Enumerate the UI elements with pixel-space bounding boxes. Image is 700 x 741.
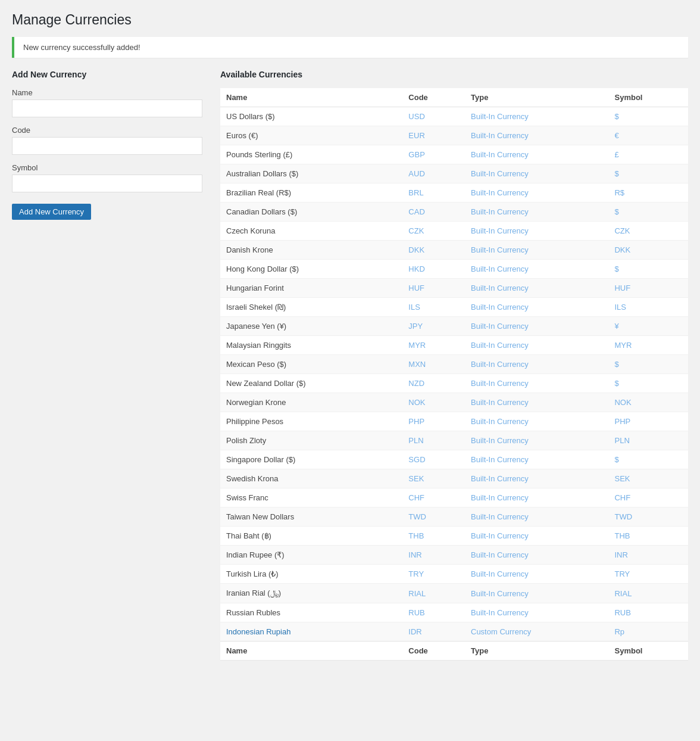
cell-name: Swiss Franc — [220, 488, 402, 508]
table-row: Australian Dollars ($)AUDBuilt-In Curren… — [220, 164, 688, 183]
success-notice: New currency successfully added! — [12, 37, 688, 58]
cell-code: GBP — [402, 145, 465, 164]
symbol-input[interactable] — [12, 175, 202, 192]
available-currencies-title: Available Currencies — [220, 70, 688, 79]
cell-code: SGD — [402, 450, 465, 469]
cell-name: Canadian Dollars ($) — [220, 203, 402, 222]
cell-code: TWD — [402, 508, 465, 527]
code-label: Code — [12, 126, 202, 135]
add-form-title: Add New Currency — [12, 70, 202, 79]
cell-code: CZK — [402, 222, 465, 241]
table-row: Japanese Yen (¥)JPYBuilt-In Currency¥ — [220, 317, 688, 336]
cell-symbol: PHP — [608, 412, 688, 431]
cell-type: Built-In Currency — [465, 412, 608, 431]
cell-code: RUB — [402, 603, 465, 622]
cell-type: Built-In Currency — [465, 164, 608, 183]
add-currency-button[interactable]: Add New Currency — [12, 204, 91, 220]
currency-name-link[interactable]: Indonesian Rupiah — [226, 627, 290, 636]
table-row: Russian RublesRUBBuilt-In CurrencyRUB — [220, 603, 688, 622]
code-input[interactable] — [12, 137, 202, 155]
cell-code: ILS — [402, 298, 465, 317]
cell-code: EUR — [402, 126, 465, 145]
cell-symbol: ¥ — [608, 317, 688, 336]
footer-code: Code — [402, 642, 465, 661]
cell-code: MXN — [402, 355, 465, 374]
cell-type: Built-In Currency — [465, 107, 608, 126]
cell-code: HUF — [402, 279, 465, 298]
cell-symbol: $ — [608, 355, 688, 374]
cell-type: Built-In Currency — [465, 183, 608, 203]
page-title: Manage Currencies — [12, 12, 688, 28]
cell-code: AUD — [402, 164, 465, 183]
cell-symbol: $ — [608, 164, 688, 183]
cell-symbol: HUF — [608, 279, 688, 298]
cell-symbol: SEK — [608, 469, 688, 488]
cell-type: Built-In Currency — [465, 527, 608, 546]
cell-type: Built-In Currency — [465, 126, 608, 145]
cell-type: Built-In Currency — [465, 393, 608, 412]
cell-symbol: TRY — [608, 565, 688, 584]
table-row: Euros (€)EURBuilt-In Currency€ — [220, 126, 688, 145]
cell-name: Pounds Sterling (£) — [220, 145, 402, 164]
table-row: Swedish KronaSEKBuilt-In CurrencySEK — [220, 469, 688, 488]
table-row: Thai Baht (฿)THBBuilt-In CurrencyTHB — [220, 527, 688, 546]
cell-code: DKK — [402, 241, 465, 260]
cell-symbol: CZK — [608, 222, 688, 241]
cell-code: RIAL — [402, 584, 465, 603]
cell-name: Czech Koruna — [220, 222, 402, 241]
cell-code: PHP — [402, 412, 465, 431]
cell-name: Japanese Yen (¥) — [220, 317, 402, 336]
cell-type: Built-In Currency — [465, 450, 608, 469]
table-row: Czech KorunaCZKBuilt-In CurrencyCZK — [220, 222, 688, 241]
symbol-field-group: Symbol — [12, 163, 202, 192]
cell-name: Mexican Peso ($) — [220, 355, 402, 374]
cell-symbol: RUB — [608, 603, 688, 622]
cell-name[interactable]: Indonesian Rupiah — [220, 622, 402, 642]
cell-name: Brazilian Real (R$) — [220, 183, 402, 203]
cell-name: Indian Rupee (₹) — [220, 546, 402, 565]
cell-symbol: £ — [608, 145, 688, 164]
cell-symbol: $ — [608, 203, 688, 222]
cell-type: Built-In Currency — [465, 546, 608, 565]
cell-name: Hong Kong Dollar ($) — [220, 260, 402, 279]
cell-name: Australian Dollars ($) — [220, 164, 402, 183]
table-row: Swiss FrancCHFBuilt-In CurrencyCHF — [220, 488, 688, 508]
table-row: Iranian Rial (﷼)RIALBuilt-In CurrencyRIA… — [220, 584, 688, 603]
cell-code: CHF — [402, 488, 465, 508]
cell-name: Philippine Pesos — [220, 412, 402, 431]
cell-type: Built-In Currency — [465, 260, 608, 279]
table-row: New Zealand Dollar ($)NZDBuilt-In Curren… — [220, 374, 688, 393]
table-row: Polish ZlotyPLNBuilt-In CurrencyPLN — [220, 431, 688, 450]
table-row: Norwegian KroneNOKBuilt-In CurrencyNOK — [220, 393, 688, 412]
cell-name: New Zealand Dollar ($) — [220, 374, 402, 393]
cell-type: Custom Currency — [465, 622, 608, 642]
cell-name: Singapore Dollar ($) — [220, 450, 402, 469]
main-layout: Add New Currency Name Code Symbol Add Ne… — [12, 70, 688, 660]
cell-symbol: RIAL — [608, 584, 688, 603]
cell-type: Built-In Currency — [465, 222, 608, 241]
cell-symbol: DKK — [608, 241, 688, 260]
cell-symbol: NOK — [608, 393, 688, 412]
cell-name: Norwegian Krone — [220, 393, 402, 412]
cell-code: TRY — [402, 565, 465, 584]
table-row: Turkish Lira (₺)TRYBuilt-In CurrencyTRY — [220, 565, 688, 584]
left-panel: Add New Currency Name Code Symbol Add Ne… — [12, 70, 202, 220]
cell-type: Built-In Currency — [465, 336, 608, 355]
table-row: Taiwan New DollarsTWDBuilt-In CurrencyTW… — [220, 508, 688, 527]
cell-code: NOK — [402, 393, 465, 412]
table-row: Brazilian Real (R$)BRLBuilt-In CurrencyR… — [220, 183, 688, 203]
col-header-type: Type — [465, 88, 608, 107]
code-field-group: Code — [12, 126, 202, 155]
table-footer-row: Name Code Type Symbol — [220, 642, 688, 661]
name-input[interactable] — [12, 99, 202, 117]
cell-type: Built-In Currency — [465, 584, 608, 603]
col-header-code: Code — [402, 88, 465, 107]
cell-symbol: CHF — [608, 488, 688, 508]
cell-code: INR — [402, 546, 465, 565]
cell-name: Turkish Lira (₺) — [220, 565, 402, 584]
table-row: Canadian Dollars ($)CADBuilt-In Currency… — [220, 203, 688, 222]
col-header-symbol: Symbol — [608, 88, 688, 107]
cell-type: Built-In Currency — [465, 355, 608, 374]
cell-code: JPY — [402, 317, 465, 336]
table-header-row: Name Code Type Symbol — [220, 88, 688, 107]
